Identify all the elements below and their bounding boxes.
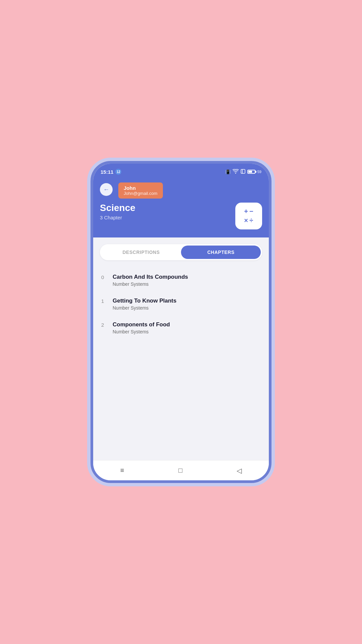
back-arrow-icon: ←: [103, 186, 109, 193]
user-email: John@gmail.com: [124, 191, 158, 196]
nav-home-icon[interactable]: □: [175, 463, 186, 478]
minus-icon: −: [249, 208, 253, 215]
notification-badge: 12: [115, 169, 121, 175]
chapter-subtitle-2: Number Systems: [113, 329, 261, 334]
battery-percent: 59: [257, 170, 261, 174]
nav-menu-icon[interactable]: ≡: [117, 463, 128, 478]
wifi-icon: [233, 169, 239, 175]
subject-icon-box: + − × ÷: [235, 203, 262, 229]
screen-record-icon: [241, 169, 245, 175]
header-top: ← John John@gmail.com: [100, 182, 262, 196]
chapter-subtitle-1: Number Systems: [113, 305, 261, 311]
chapter-index-2: 2: [101, 321, 107, 328]
chapter-count: 3 Chapter: [100, 215, 135, 220]
status-icons: 📳 59: [225, 169, 261, 175]
multiply-icon: ×: [244, 217, 248, 224]
chapter-subtitle-0: Number Systems: [113, 281, 261, 287]
user-tooltip: John John@gmail.com: [118, 182, 163, 199]
header-title-row: Science 3 Chapter + − × ÷: [100, 203, 262, 229]
nav-bar: ≡ □ ◁: [93, 460, 269, 480]
user-name: John: [124, 185, 158, 191]
subject-info: Science 3 Chapter: [100, 203, 135, 220]
header: ← John John@gmail.com Science 3 Chapter …: [93, 178, 269, 237]
chapter-item-0[interactable]: 0 Carbon And Its Compounds Number System…: [100, 268, 262, 292]
chapter-details-1: Getting To Know Plants Number Systems: [113, 298, 261, 311]
vibrate-icon: 📳: [225, 169, 231, 174]
chapter-name-0: Carbon And Its Compounds: [113, 274, 261, 280]
phone-frame: 15:11 12 📳: [90, 161, 272, 483]
back-button[interactable]: ←: [100, 183, 113, 196]
chapter-list: 0 Carbon And Its Compounds Number System…: [100, 268, 262, 340]
svg-rect-0: [241, 169, 245, 173]
tab-descriptions[interactable]: DESCRIPTIONS: [101, 246, 181, 259]
tab-chapters[interactable]: CHAPTERS: [181, 246, 261, 259]
divide-icon: ÷: [249, 217, 253, 224]
chapter-name-2: Components of Food: [113, 321, 261, 328]
content-area: DESCRIPTIONS CHAPTERS 0 Carbon And Its C…: [93, 237, 269, 460]
time-display: 15:11: [101, 169, 113, 175]
battery-icon: [247, 170, 255, 174]
tab-switcher: DESCRIPTIONS CHAPTERS: [100, 244, 262, 260]
status-time-area: 15:11 12: [101, 169, 121, 175]
plus-icon: +: [244, 208, 248, 215]
status-bar: 15:11 12 📳: [93, 164, 269, 178]
chapter-item-2[interactable]: 2 Components of Food Number Systems: [100, 316, 262, 340]
math-icons: + − × ÷: [241, 204, 256, 228]
chapter-details-0: Carbon And Its Compounds Number Systems: [113, 274, 261, 287]
chapter-index-0: 0: [101, 274, 107, 280]
chapter-details-2: Components of Food Number Systems: [113, 321, 261, 334]
chapter-index-1: 1: [101, 298, 107, 304]
chapter-name-1: Getting To Know Plants: [113, 298, 261, 304]
chapter-item-1[interactable]: 1 Getting To Know Plants Number Systems: [100, 292, 262, 316]
subject-title: Science: [100, 203, 135, 213]
nav-back-icon[interactable]: ◁: [233, 463, 245, 478]
